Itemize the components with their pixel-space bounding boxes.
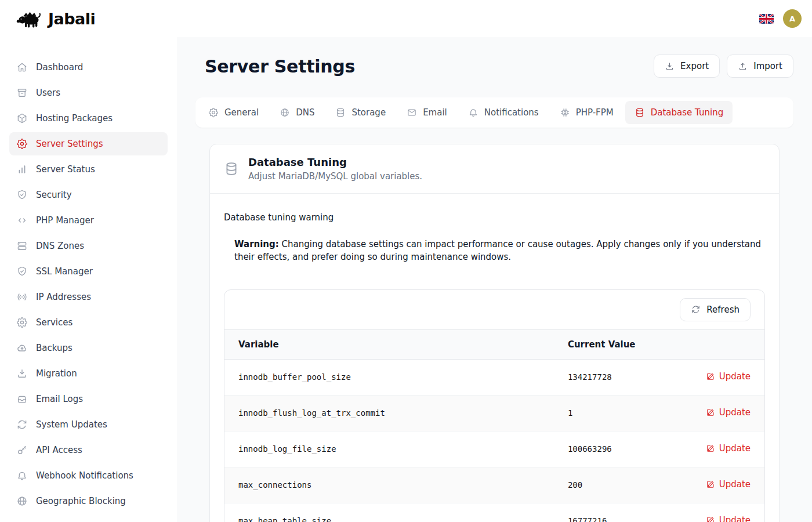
- variables-panel: Refresh Variable Current Value innodb_bu…: [224, 289, 765, 522]
- language-flag-button[interactable]: [758, 13, 775, 25]
- tab-database-tuning[interactable]: Database Tuning: [625, 101, 733, 124]
- tab-label: DNS: [296, 107, 314, 118]
- cube-icon: [16, 113, 28, 124]
- sidebar-item-geographic-blocking[interactable]: Geographic Blocking: [9, 490, 168, 513]
- sidebar-item-ip-addresses[interactable]: IP Addresses: [9, 285, 168, 309]
- sidebar-item-label: API Access: [36, 445, 82, 455]
- server-stack-icon: [16, 240, 28, 252]
- signal-icon: [16, 291, 28, 303]
- sidebar-item-security[interactable]: Security: [9, 183, 168, 206]
- sidebar-item-label: Migration: [36, 368, 77, 379]
- app-header: Jabali A: [0, 0, 812, 37]
- sidebar-item-system-updates[interactable]: System Updates: [9, 413, 168, 436]
- refresh-label: Refresh: [706, 304, 740, 315]
- archive-icon: [16, 87, 28, 99]
- gear-icon: [16, 138, 28, 150]
- sidebar-item-server-settings[interactable]: Server Settings: [9, 132, 168, 155]
- sidebar-item-email-logs[interactable]: Email Logs: [9, 387, 168, 411]
- export-button[interactable]: Export: [654, 55, 720, 78]
- column-header-current-value: Current Value: [554, 329, 677, 359]
- bell-icon: [16, 470, 28, 481]
- refresh-icon: [16, 419, 28, 430]
- sidebar: Dashboard Users Hosting Packages Server …: [0, 37, 177, 522]
- variable-name: innodb_buffer_pool_size: [224, 359, 554, 395]
- brand-name: Jabali: [48, 10, 95, 28]
- variable-name: max_heap_table_size: [224, 503, 554, 522]
- tab-email[interactable]: Email: [397, 101, 456, 124]
- sidebar-item-php-manager[interactable]: PHP Manager: [9, 209, 168, 232]
- update-link[interactable]: Update: [706, 443, 751, 454]
- tab-storage[interactable]: Storage: [326, 101, 395, 124]
- table-row: innodb_flush_log_at_trx_commit 1 Update: [224, 395, 764, 431]
- variable-value: 16777216: [554, 503, 677, 522]
- home-icon: [16, 61, 28, 73]
- sidebar-item-label: SSL Manager: [36, 266, 93, 277]
- sidebar-item-services[interactable]: Services: [9, 311, 168, 334]
- sidebar-item-migration[interactable]: Migration: [9, 362, 168, 385]
- edit-icon: [706, 480, 715, 489]
- gear-icon: [16, 317, 28, 328]
- cpu-icon: [560, 107, 570, 118]
- refresh-button[interactable]: Refresh: [680, 298, 751, 321]
- sidebar-item-backups[interactable]: Backups: [9, 336, 168, 360]
- update-link[interactable]: Update: [706, 515, 751, 522]
- sidebar-item-label: Security: [36, 190, 72, 200]
- inbox-icon: [16, 393, 28, 405]
- warning-label: Database tuning warning: [224, 212, 765, 223]
- upload-icon: [738, 61, 748, 71]
- sidebar-item-label: PHP Manager: [36, 215, 94, 226]
- bar-chart-icon: [16, 164, 28, 175]
- variable-name: innodb_log_file_size: [224, 431, 554, 467]
- sidebar-item-server-status[interactable]: Server Status: [9, 158, 168, 181]
- table-row: innodb_log_file_size 100663296 Update: [224, 431, 764, 467]
- variable-name: innodb_flush_log_at_trx_commit: [224, 395, 554, 431]
- table-row: innodb_buffer_pool_size 134217728 Update: [224, 359, 764, 395]
- database-icon: [335, 107, 346, 118]
- database-icon: [635, 107, 645, 118]
- tab-php-fpm[interactable]: PHP-FPM: [550, 101, 623, 124]
- database-tuning-card: Database Tuning Adjust MariaDB/MySQL glo…: [209, 144, 780, 522]
- sidebar-item-ssl-manager[interactable]: SSL Manager: [9, 260, 168, 283]
- bell-icon: [468, 107, 478, 118]
- main-content: Server Settings Export Import General DN…: [177, 0, 812, 522]
- tab-label: Email: [423, 107, 447, 118]
- update-link[interactable]: Update: [706, 371, 751, 382]
- page-title: Server Settings: [205, 56, 355, 77]
- edit-icon: [706, 516, 715, 522]
- sidebar-item-label: Services: [36, 317, 72, 328]
- gear-icon: [208, 107, 219, 118]
- sidebar-item-webhook-notifications[interactable]: Webhook Notifications: [9, 464, 168, 487]
- update-link[interactable]: Update: [706, 479, 751, 490]
- table-row: max_heap_table_size 16777216 Update: [224, 503, 764, 522]
- tab-label: PHP-FPM: [576, 107, 614, 118]
- tab-general[interactable]: General: [199, 101, 268, 124]
- avatar[interactable]: A: [783, 9, 802, 28]
- update-link[interactable]: Update: [706, 407, 751, 418]
- sidebar-item-dns-zones[interactable]: DNS Zones: [9, 234, 168, 258]
- sidebar-item-dashboard[interactable]: Dashboard: [9, 56, 168, 79]
- sidebar-item-users[interactable]: Users: [9, 81, 168, 104]
- sidebar-item-label: Email Logs: [36, 394, 83, 404]
- sidebar-item-label: System Updates: [36, 419, 107, 430]
- card-subtitle: Adjust MariaDB/MySQL global variables.: [248, 171, 422, 182]
- cloud-upload-icon: [16, 342, 28, 354]
- tab-dns[interactable]: DNS: [270, 101, 324, 124]
- sidebar-item-label: Server Settings: [36, 139, 103, 149]
- key-icon: [16, 444, 28, 456]
- sidebar-item-api-access[interactable]: API Access: [9, 438, 168, 462]
- sidebar-item-hosting-packages[interactable]: Hosting Packages: [9, 107, 168, 130]
- shield-check-icon: [16, 189, 28, 201]
- tab-notifications[interactable]: Notifications: [459, 101, 548, 124]
- sidebar-item-label: Backups: [36, 343, 72, 353]
- variables-table: Variable Current Value innodb_buffer_poo…: [224, 329, 764, 522]
- uk-flag-icon: [759, 14, 774, 24]
- import-button[interactable]: Import: [727, 55, 793, 78]
- variable-value: 100663296: [554, 431, 677, 467]
- brand[interactable]: Jabali: [16, 10, 95, 28]
- sidebar-item-label: Dashboard: [36, 62, 83, 72]
- variable-name: max_connections: [224, 467, 554, 503]
- variable-value: 1: [554, 395, 677, 431]
- warning-bold: Warning:: [234, 239, 279, 249]
- export-label: Export: [680, 61, 709, 71]
- sidebar-item-label: Geographic Blocking: [36, 496, 126, 506]
